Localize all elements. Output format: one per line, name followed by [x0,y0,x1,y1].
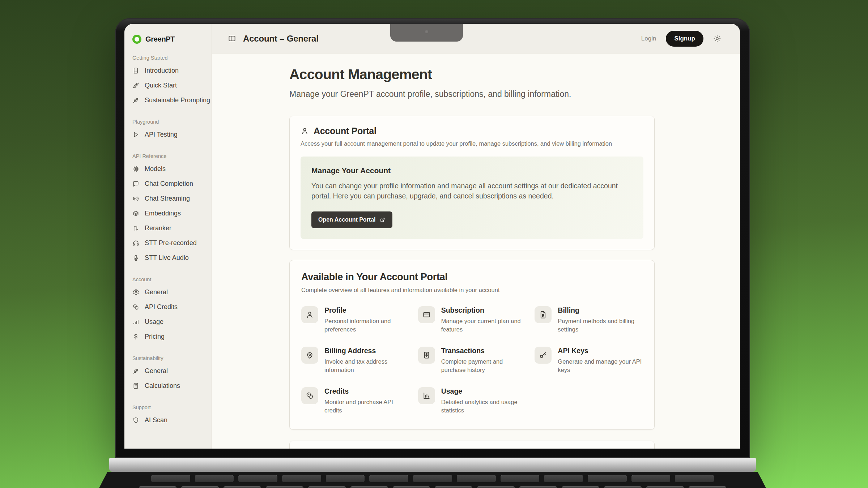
sidebar: GreenPT Getting Started Introduction Qui… [124,24,212,449]
sidebar-item-models[interactable]: Models [132,162,204,176]
sort-arrows-icon [132,225,139,232]
sidebar-item-embeddings[interactable]: Embeddings [132,206,204,221]
sidebar-item-label: Chat Streaming [145,195,190,202]
camera-dot [425,30,429,34]
feature-title: Billing Address [324,347,409,355]
feature-title: Credits [324,387,409,395]
features-grid: Profile Personal information and prefere… [301,306,643,414]
sidebar-item-label: Pricing [145,333,165,341]
laptop-keyboard [90,472,775,488]
sidebar-item-label: Sustainable Prompting [145,97,210,104]
sidebar-item-stt-live-audio[interactable]: STT Live Audio [132,251,204,265]
leaf-icon [132,368,139,374]
sidebar-section-account: Account [132,277,204,282]
chat-bubble-icon [132,180,139,187]
page-title: Account Management [289,67,655,82]
app-window: GreenPT Getting Started Introduction Qui… [124,24,740,449]
feature-description: Complete payment and purchase history [441,358,526,374]
sidebar-item-api-testing[interactable]: API Testing [132,127,204,142]
sidebar-item-sustainability-general[interactable]: General [132,364,204,378]
sidebar-item-pricing[interactable]: Pricing [132,329,204,344]
sidebar-item-introduction[interactable]: Introduction [132,63,204,78]
account-portal-header: Account Portal [301,126,643,136]
laptop-mockup: GreenPT Getting Started Introduction Qui… [115,18,750,488]
feature-title: API Keys [558,347,643,355]
receipt-dollar-icon [422,351,431,359]
content-column: Account – General Login Signup Account M… [212,24,740,449]
sidebar-item-label: Chat Completion [145,180,193,188]
sidebar-item-label: STT Live Audio [145,254,189,262]
sidebar-item-label: AI Scan [145,416,167,424]
sidebar-section-playground: Playground [132,119,204,125]
sidebar-item-chat-completion[interactable]: Chat Completion [132,176,204,191]
features-card-title: Available in Your Account Portal [301,271,643,283]
sidebar-item-label: Usage [145,318,163,326]
feature-description: Generate and manage your API keys [558,358,643,374]
brand-name: GreenPT [145,35,175,43]
camera-notch [390,24,463,42]
feature-item-billing-address: Billing Address Invoice and tax address … [301,347,409,374]
main-scroll-area[interactable]: Account Management Manage your GreenPT a… [212,53,740,449]
dollar-icon [132,333,139,340]
sidebar-item-label: Models [145,165,166,173]
sidebar-item-label: General [145,288,168,296]
feature-item-usage: Usage Detailed analytics and usage stati… [418,387,526,414]
sidebar-item-usage[interactable]: Usage [132,314,204,329]
sidebar-item-sustainable-prompting[interactable]: Sustainable Prompting [132,93,204,108]
external-link-icon [380,217,386,223]
leaf-icon [132,97,139,104]
open-account-portal-button[interactable]: Open Account Portal [311,211,392,228]
calculator-icon [132,382,139,389]
manage-account-body: You can change your profile information … [311,181,626,201]
breadcrumb-title: Account – General [243,34,319,44]
feature-item-transactions: Transactions Complete payment and purcha… [418,347,526,374]
sidebar-item-stt-pre-recorded[interactable]: STT Pre-recorded [132,236,204,251]
feature-title: Profile [324,306,409,314]
brand-logo[interactable]: GreenPT [132,35,204,44]
microphone-icon [132,254,139,261]
feature-title: Subscription [441,306,526,314]
gear-icon [132,289,139,296]
manage-account-panel: Manage Your Account You can change your … [301,157,643,239]
map-pin-icon [306,351,314,359]
feature-title: Billing [558,306,643,314]
sidebar-section-sustainability: Sustainability [132,355,204,361]
login-link[interactable]: Login [641,35,656,42]
invoice-icon [539,311,547,319]
feature-description: Personal information and preferences [324,317,409,333]
sidebar-item-account-general[interactable]: General [132,285,204,300]
sidebar-item-calculations[interactable]: Calculations [132,378,204,393]
sidebar-section-getting-started: Getting Started [132,55,204,61]
sidebar-item-chat-streaming[interactable]: Chat Streaming [132,191,204,206]
account-portal-card: Account Portal Access your full account … [289,116,655,250]
laptop-deck [109,458,756,472]
feature-title: Usage [441,387,526,395]
sidebar-item-label: STT Pre-recorded [145,239,197,247]
sidebar-item-api-credits[interactable]: API Credits [132,300,204,314]
sidebar-section-support: Support [132,404,204,410]
feature-description: Payment methods and billing settings [558,317,643,333]
layers-icon [132,210,139,217]
sidebar-item-quick-start[interactable]: Quick Start [132,78,204,93]
sidebar-item-label: Reranker [145,224,171,232]
sidebar-section-api-reference: API Reference [132,153,204,159]
feature-description: Manage your current plan and features [441,317,526,333]
rocket-icon [132,82,139,89]
bar-chart-icon [422,391,431,400]
feature-item-subscription: Subscription Manage your current plan an… [418,306,526,333]
feature-item-billing: Billing Payment methods and billing sett… [535,306,643,333]
feature-description: Detailed analytics and usage statistics [441,398,526,414]
sidebar-item-label: General [145,367,168,375]
signup-button[interactable]: Signup [666,31,703,47]
account-portal-title: Account Portal [314,126,376,136]
book-icon [132,67,139,74]
sidebar-item-ai-scan[interactable]: AI Scan [132,413,204,428]
open-account-portal-label: Open Account Portal [318,217,376,223]
page-content: Account Management Manage your GreenPT a… [289,67,655,449]
headphones-icon [132,240,139,247]
sidebar-item-reranker[interactable]: Reranker [132,221,204,236]
theme-toggle-sun-icon[interactable] [713,35,721,43]
credit-card-icon [422,311,431,319]
sidebar-toggle-icon[interactable] [228,34,236,43]
feature-title: Transactions [441,347,526,355]
